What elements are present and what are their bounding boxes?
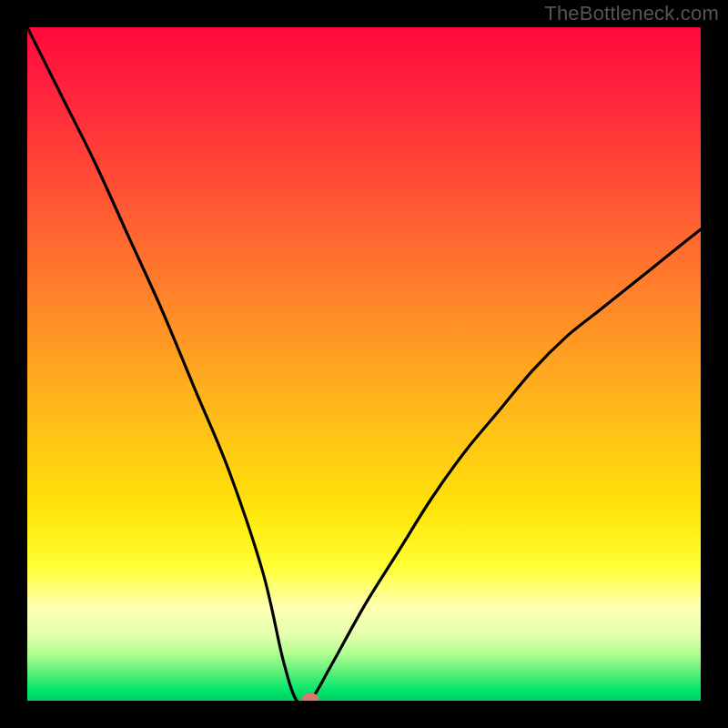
curve-path bbox=[27, 27, 701, 701]
optimal-point-marker bbox=[302, 693, 318, 701]
chart-frame: TheBottleneck.com bbox=[0, 0, 728, 728]
bottleneck-curve bbox=[27, 27, 701, 701]
plot-area bbox=[27, 27, 701, 701]
watermark-text: TheBottleneck.com bbox=[544, 2, 719, 25]
